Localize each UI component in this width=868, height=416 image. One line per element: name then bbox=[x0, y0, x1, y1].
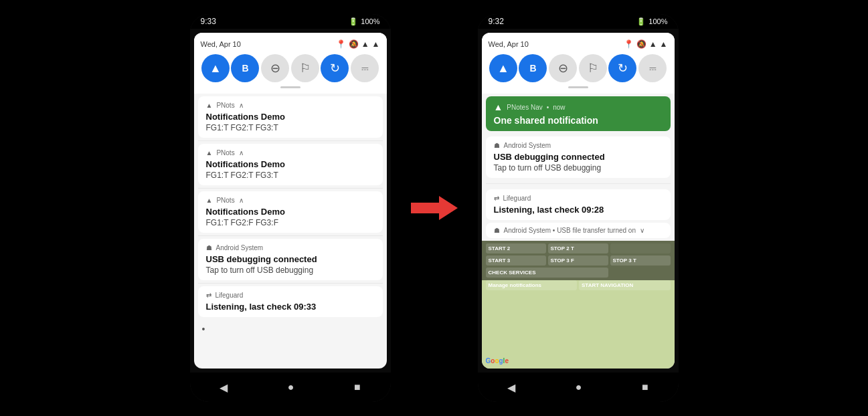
signal-icon: ▲ bbox=[372, 39, 380, 49]
right-usb-footer-chevron: ∨ bbox=[640, 227, 644, 234]
right-qs-battery-btn[interactable]: ⎓ bbox=[638, 54, 667, 82]
notif-4-body: Tap to turn off USB debugging bbox=[206, 266, 375, 275]
left-qs-header: Wed, Apr 10 📍 🔕 ▲ ▲ bbox=[201, 39, 380, 49]
location-icon: 📍 bbox=[336, 39, 346, 49]
right-qs-header: Wed, Apr 10 📍 🔕 ▲ ▲ bbox=[489, 39, 668, 49]
right-qs-wifi-btn[interactable]: ▲ bbox=[489, 54, 517, 82]
left-back-btn[interactable]: ◀ bbox=[220, 381, 228, 394]
pnots-chevron-2: ∧ bbox=[239, 149, 244, 157]
notif-2-title: Notifications Demo bbox=[206, 159, 375, 169]
right-lifeguard-header: ⇄ Lifeguard bbox=[494, 195, 663, 202]
right-notif-lifeguard[interactable]: ⇄ Lifeguard Listening, last check 09:28 bbox=[486, 189, 671, 220]
qs-bluetooth-btn[interactable]: B bbox=[231, 54, 259, 82]
notif-1-title: Notifications Demo bbox=[206, 112, 375, 122]
left-dots: • bbox=[194, 320, 387, 338]
green-notif-title: One shared notification bbox=[494, 115, 663, 126]
right-usb-header: ☗ Android System bbox=[494, 142, 663, 149]
left-notif-5[interactable]: ⇄ Lifeguard Listening, last check 09:33 bbox=[198, 286, 383, 317]
right-recents-btn[interactable]: ■ bbox=[642, 381, 648, 393]
map-btn-start3[interactable]: START 3 bbox=[486, 255, 546, 266]
right-divider-1 bbox=[486, 183, 671, 184]
right-quick-settings: Wed, Apr 10 📍 🔕 ▲ ▲ ▲ B bbox=[482, 33, 675, 94]
pnots-icon-1: ▲ bbox=[206, 102, 213, 109]
qs-flashlight-btn[interactable]: ⚐ bbox=[291, 54, 319, 82]
right-location-icon: 📍 bbox=[624, 39, 634, 49]
left-notif-4[interactable]: ☗ Android System USB debugging connected… bbox=[198, 239, 383, 280]
right-notif-usb[interactable]: ☗ Android System USB debugging connected… bbox=[486, 136, 671, 178]
divider-1 bbox=[198, 140, 383, 141]
map-btn-stop3t[interactable]: STOP 3 T bbox=[610, 255, 671, 266]
qs-wifi-btn[interactable]: ▲ bbox=[201, 54, 230, 82]
left-recents-btn[interactable]: ■ bbox=[354, 381, 361, 393]
left-notif-2[interactable]: ▲ PNots ∧ Notifications Demo FG1:T FG2:T… bbox=[198, 144, 383, 185]
left-time: 9:33 bbox=[201, 17, 216, 26]
left-phone: 9:33 🔋 100% Wed, Apr 10 📍 🔕 ▲ ▲ bbox=[190, 14, 391, 402]
left-status-icons: 🔋 100% bbox=[349, 17, 379, 26]
right-lifeguard-icon: ⇄ bbox=[494, 195, 499, 202]
right-home-btn[interactable]: ● bbox=[576, 381, 582, 393]
right-qs-bluetooth-btn[interactable]: B bbox=[519, 54, 547, 82]
map-btn-start2[interactable]: START 2 bbox=[486, 243, 546, 253]
right-qs-wifi-icon: ▲ bbox=[497, 62, 509, 76]
map-btn-stop3f[interactable]: STOP 3 F bbox=[548, 255, 608, 266]
notif-1-body: FG1:T FG2:T FG3:T bbox=[206, 123, 375, 132]
right-qs-flashlight-btn[interactable]: ⚐ bbox=[579, 54, 607, 82]
map-btn-start-nav[interactable]: START NAVIGATION bbox=[579, 280, 671, 290]
lifeguard-icon-left: ⇄ bbox=[206, 292, 211, 299]
right-back-btn[interactable]: ◀ bbox=[507, 381, 515, 394]
right-phone: 9:32 🔋 100% Wed, Apr 10 📍 🔕 ▲ bbox=[478, 14, 679, 402]
pnotes-nav-icon: ▲ bbox=[494, 102, 503, 112]
left-notif-2-header: ▲ PNots ∧ bbox=[206, 149, 375, 157]
left-quick-settings: Wed, Apr 10 📍 🔕 ▲ ▲ ▲ B bbox=[194, 33, 387, 94]
right-green-notif[interactable]: ▲ PNotes Nav • now One shared notificati… bbox=[486, 96, 671, 131]
right-qs-sync-icon: ↻ bbox=[618, 61, 628, 76]
qs-bluetooth-icon: B bbox=[242, 63, 248, 74]
pnotes-nav-label: PNotes Nav bbox=[507, 104, 542, 111]
left-date: Wed, Apr 10 bbox=[201, 40, 241, 48]
map-btn-empty1 bbox=[610, 243, 671, 253]
battery-pct: 100% bbox=[361, 17, 379, 25]
right-notification-panel: Wed, Apr 10 📍 🔕 ▲ ▲ ▲ B bbox=[482, 33, 675, 369]
pnots-chevron-3: ∧ bbox=[239, 197, 244, 204]
right-arrow-icon bbox=[411, 196, 458, 220]
right-qs-battery-saver-icon: ⎓ bbox=[649, 62, 657, 76]
map-btn-stop2t[interactable]: STOP 2 T bbox=[548, 243, 608, 253]
google-logo: Google bbox=[486, 354, 509, 366]
right-qs-dnd-btn[interactable]: ⊖ bbox=[549, 54, 577, 82]
right-battery-pct: 100% bbox=[648, 17, 667, 25]
left-notif-list: ▲ PNots ∧ Notifications Demo FG1:T FG2:T… bbox=[194, 94, 387, 338]
right-bottom-nav: ◀ ● ■ bbox=[478, 373, 679, 402]
left-notif-3[interactable]: ▲ PNots ∧ Notifications Demo FG1:T FG2:F… bbox=[198, 191, 383, 233]
android-icon-left: ☗ bbox=[206, 244, 212, 251]
right-usb-footer-icon: ☗ bbox=[494, 227, 500, 234]
left-home-btn[interactable]: ● bbox=[288, 381, 294, 393]
left-status-bar: 9:33 🔋 100% bbox=[190, 14, 391, 29]
pnots-label-2: PNots bbox=[216, 149, 234, 157]
left-notif-4-header: ☗ Android System bbox=[206, 244, 375, 251]
map-btn-check-services[interactable]: CHECK SERVICES bbox=[486, 268, 608, 278]
right-usb-footer[interactable]: ☗ Android System • USB file transfer tur… bbox=[486, 223, 671, 238]
right-mute-icon: 🔕 bbox=[636, 39, 646, 49]
notif-2-body: FG1:T FG2:T FG3:T bbox=[206, 171, 375, 180]
right-android-label: Android System bbox=[504, 142, 551, 149]
right-qs-sync-btn[interactable]: ↻ bbox=[608, 54, 636, 82]
qs-battery-btn[interactable]: ⎓ bbox=[351, 54, 379, 82]
divider-2 bbox=[198, 188, 383, 189]
left-qs-divider bbox=[280, 86, 300, 88]
right-phone-content: Wed, Apr 10 📍 🔕 ▲ ▲ ▲ B bbox=[478, 29, 679, 373]
left-phone-content: Wed, Apr 10 📍 🔕 ▲ ▲ ▲ B bbox=[190, 29, 391, 373]
qs-flashlight-icon: ⚐ bbox=[300, 61, 311, 76]
map-btn-manage-notif[interactable]: Manage notifications bbox=[486, 280, 578, 290]
notif-3-body: FG1:T FG2:F FG3:F bbox=[206, 218, 375, 227]
right-date: Wed, Apr 10 bbox=[489, 40, 529, 48]
right-usb-footer-header: ☗ Android System • USB file transfer tur… bbox=[494, 227, 663, 234]
qs-sync-btn[interactable]: ↻ bbox=[321, 54, 349, 82]
qs-dnd-btn[interactable]: ⊖ bbox=[261, 54, 289, 82]
svg-marker-0 bbox=[411, 196, 458, 220]
notif-4-title: USB debugging connected bbox=[206, 254, 375, 264]
notif-3-title: Notifications Demo bbox=[206, 207, 375, 217]
left-notif-1[interactable]: ▲ PNots ∧ Notifications Demo FG1:T FG2:T… bbox=[198, 96, 383, 138]
arrow-container bbox=[411, 196, 458, 220]
pnotes-nav-time: now bbox=[553, 104, 565, 111]
pnots-chevron-1: ∧ bbox=[239, 102, 244, 109]
